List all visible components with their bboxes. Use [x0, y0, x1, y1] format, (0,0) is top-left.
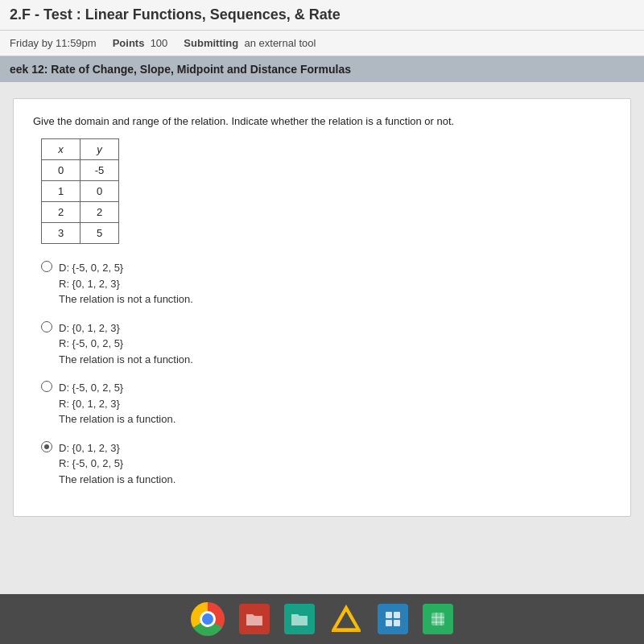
- table-cell: 5: [80, 223, 119, 244]
- submitting-label: Submitting an external tool: [184, 37, 316, 49]
- svg-rect-6: [386, 620, 392, 626]
- table-header-y: y: [80, 139, 119, 160]
- option-item[interactable]: D: {0, 1, 2, 3}R: {-5, 0, 2, 5}The relat…: [41, 440, 611, 488]
- table-cell: 2: [80, 202, 119, 223]
- table-cell: 1: [42, 181, 80, 202]
- screen: 2.F - Test : Linear Functions, Sequences…: [0, 0, 644, 644]
- table-header-x: x: [42, 139, 80, 160]
- svg-rect-5: [394, 612, 400, 618]
- option-text: D: {0, 1, 2, 3}R: {-5, 0, 2, 5}The relat…: [59, 320, 193, 368]
- green-app-icon[interactable]: [423, 604, 453, 634]
- question-box: Give the domain and range of the relatio…: [13, 98, 631, 517]
- option-item[interactable]: D: {0, 1, 2, 3}R: {-5, 0, 2, 5}The relat…: [41, 320, 611, 368]
- radio-button[interactable]: [41, 381, 52, 392]
- table-cell: -5: [80, 160, 119, 181]
- relation-table: x y 0-5102235: [41, 138, 119, 244]
- chrome-icon[interactable]: [191, 602, 225, 636]
- option-text: D: {0, 1, 2, 3}R: {-5, 0, 2, 5}The relat…: [59, 440, 175, 488]
- grid-app-icon[interactable]: [378, 604, 408, 634]
- table-cell: 3: [42, 223, 80, 244]
- page-title: 2.F - Test : Linear Functions, Sequences…: [10, 6, 634, 23]
- top-header: 2.F - Test : Linear Functions, Sequences…: [0, 0, 644, 31]
- teal-folder-icon[interactable]: [284, 604, 315, 634]
- svg-rect-4: [386, 612, 392, 618]
- points-label: Points 100: [113, 37, 168, 49]
- section-header: eek 12: Rate of Change, Slope, Midpoint …: [0, 56, 644, 82]
- red-folder-icon[interactable]: [239, 604, 270, 634]
- question-text: Give the domain and range of the relatio…: [33, 115, 611, 127]
- svg-rect-8: [431, 613, 444, 625]
- radio-button[interactable]: [41, 321, 52, 332]
- option-text: D: {-5, 0, 2, 5}R: {0, 1, 2, 3}The relat…: [59, 380, 175, 427]
- drive-icon[interactable]: [329, 602, 363, 636]
- table-cell: 2: [42, 202, 80, 223]
- options-list: D: {-5, 0, 2, 5}R: {0, 1, 2, 3}The relat…: [41, 260, 611, 487]
- radio-button[interactable]: [41, 441, 52, 452]
- svg-rect-7: [394, 620, 400, 626]
- option-text: D: {-5, 0, 2, 5}R: {0, 1, 2, 3}The relat…: [59, 260, 193, 308]
- main-content: Give the domain and range of the relatio…: [0, 82, 644, 594]
- option-item[interactable]: D: {-5, 0, 2, 5}R: {0, 1, 2, 3}The relat…: [41, 380, 611, 427]
- table-cell: 0: [80, 181, 119, 202]
- taskbar: [0, 594, 644, 644]
- table-cell: 0: [42, 160, 80, 181]
- option-item[interactable]: D: {-5, 0, 2, 5}R: {0, 1, 2, 3}The relat…: [41, 260, 611, 308]
- due-date: Friday by 11:59pm: [10, 37, 97, 49]
- sub-header: Friday by 11:59pm Points 100 Submitting …: [0, 31, 644, 56]
- radio-button[interactable]: [41, 261, 52, 272]
